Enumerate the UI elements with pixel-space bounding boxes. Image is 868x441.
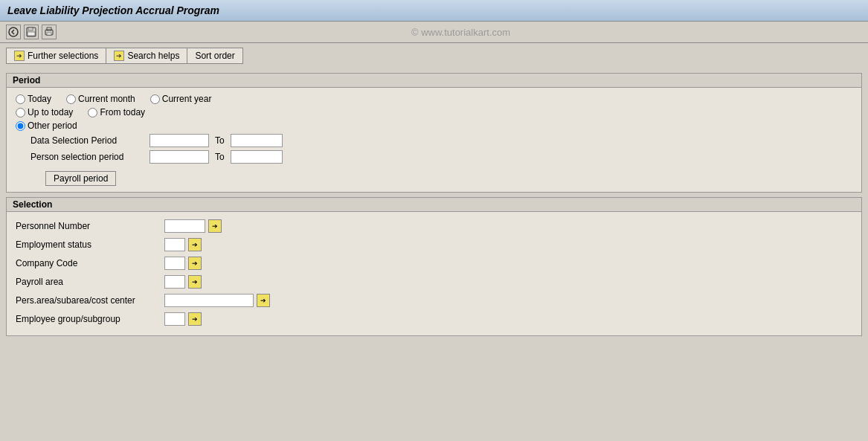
person-selection-period-from[interactable] — [150, 150, 209, 164]
tab-arrow-1: ➔ — [14, 51, 25, 61]
payroll-period-row: Payroll period — [16, 168, 852, 186]
main-content: Period Today Current month Current year — [0, 68, 868, 345]
svg-rect-6 — [47, 33, 51, 35]
pers-area-input[interactable] — [164, 294, 254, 307]
personnel-number-row: Personnel Number ➔ — [16, 218, 852, 234]
tab-arrow-2: ➔ — [114, 51, 124, 61]
radio-from-today[interactable]: From today — [88, 107, 145, 118]
company-code-arrow-btn[interactable]: ➔ — [188, 257, 202, 270]
app-title: Leave Liability Projection Accrual Progr… — [7, 4, 219, 16]
tab-bar: ➔ Further selections ➔ Search helps Sort… — [0, 43, 868, 68]
selection-section-content: Personnel Number ➔ Employment status ➔ C… — [7, 212, 861, 335]
period-section-content: Today Current month Current year Up to t… — [7, 88, 861, 192]
data-selection-period-label: Data Selection Period — [30, 135, 150, 146]
tab-sort-order[interactable]: Sort order — [187, 48, 242, 64]
employee-group-input[interactable] — [164, 312, 185, 326]
print-icon[interactable] — [42, 25, 57, 39]
period-radio-row3: Other period — [16, 120, 852, 131]
period-section-title: Period — [7, 74, 861, 88]
radio-other-period-input[interactable] — [16, 121, 25, 131]
personnel-number-input[interactable] — [164, 219, 205, 233]
radio-current-year[interactable]: Current year — [150, 94, 212, 104]
toolbar: © www.tutorialkart.com — [0, 22, 868, 43]
employment-status-arrow-btn[interactable]: ➔ — [188, 238, 202, 251]
employment-status-label: Employment status — [16, 239, 164, 250]
title-bar: Leave Liability Projection Accrual Progr… — [0, 0, 868, 22]
tab-search-helps[interactable]: ➔ Search helps — [106, 48, 187, 64]
radio-current-month-label: Current month — [78, 94, 135, 104]
payroll-area-label: Payroll area — [16, 277, 164, 287]
data-selection-to-label: To — [215, 135, 225, 146]
period-radio-row2: Up to today From today — [16, 107, 852, 118]
selection-section-title: Selection — [7, 198, 861, 212]
radio-today-label: Today — [28, 94, 51, 104]
pers-area-arrow-btn[interactable]: ➔ — [257, 294, 270, 307]
tab-further-selections[interactable]: ➔ Further selections — [6, 48, 106, 64]
back-icon[interactable] — [6, 25, 21, 39]
radio-current-year-label: Current year — [162, 94, 212, 104]
employment-status-row: Employment status ➔ — [16, 236, 852, 253]
tab-sort-order-label: Sort order — [195, 51, 234, 61]
radio-other-period-label: Other period — [28, 120, 77, 131]
period-section: Period Today Current month Current year — [6, 73, 862, 193]
radio-current-month[interactable]: Current month — [66, 94, 135, 104]
person-selection-period-to[interactable] — [231, 150, 283, 164]
company-code-label: Company Code — [16, 258, 164, 268]
pers-area-row: Pers.area/subarea/cost center ➔ — [16, 292, 852, 309]
pers-area-label: Pers.area/subarea/cost center — [16, 295, 164, 306]
radio-today[interactable]: Today — [16, 94, 51, 104]
radio-from-today-label: From today — [100, 107, 145, 118]
personnel-number-label: Personnel Number — [16, 221, 164, 231]
radio-up-to-today[interactable]: Up to today — [16, 107, 73, 118]
personnel-number-arrow-btn[interactable]: ➔ — [208, 219, 222, 233]
radio-current-month-input[interactable] — [66, 94, 76, 104]
radio-today-input[interactable] — [16, 94, 25, 104]
data-selection-period-row: Data Selection Period To — [16, 134, 852, 147]
employment-status-input[interactable] — [164, 238, 185, 251]
period-radio-row1: Today Current month Current year — [16, 94, 852, 104]
svg-point-0 — [9, 28, 18, 36]
selection-section: Selection Personnel Number ➔ Employment … — [6, 197, 862, 336]
employee-group-arrow-btn[interactable]: ➔ — [188, 312, 202, 326]
tab-search-helps-label: Search helps — [127, 51, 179, 61]
payroll-area-row: Payroll area ➔ — [16, 274, 852, 290]
data-selection-period-to[interactable] — [231, 134, 283, 147]
data-selection-period-from[interactable] — [150, 134, 209, 147]
radio-other-period[interactable]: Other period — [16, 120, 77, 131]
person-selection-period-row: Person selection period To — [16, 150, 852, 164]
payroll-area-arrow-btn[interactable]: ➔ — [188, 275, 202, 289]
svg-rect-3 — [28, 32, 35, 36]
watermark: © www.tutorialkart.com — [60, 27, 862, 38]
company-code-input[interactable] — [164, 257, 185, 270]
person-selection-period-label: Person selection period — [30, 152, 150, 162]
radio-current-year-input[interactable] — [150, 94, 160, 104]
payroll-period-button[interactable]: Payroll period — [45, 171, 116, 186]
person-selection-to-label: To — [215, 152, 225, 162]
save-icon[interactable] — [24, 25, 39, 39]
radio-from-today-input[interactable] — [88, 108, 97, 118]
tab-further-selections-label: Further selections — [28, 51, 98, 61]
employee-group-label: Employee group/subgroup — [16, 314, 164, 324]
radio-up-to-today-label: Up to today — [28, 107, 73, 118]
employee-group-row: Employee group/subgroup ➔ — [16, 311, 852, 327]
svg-rect-2 — [28, 28, 33, 30]
payroll-area-input[interactable] — [164, 275, 185, 289]
company-code-row: Company Code ➔ — [16, 255, 852, 271]
radio-up-to-today-input[interactable] — [16, 108, 25, 118]
